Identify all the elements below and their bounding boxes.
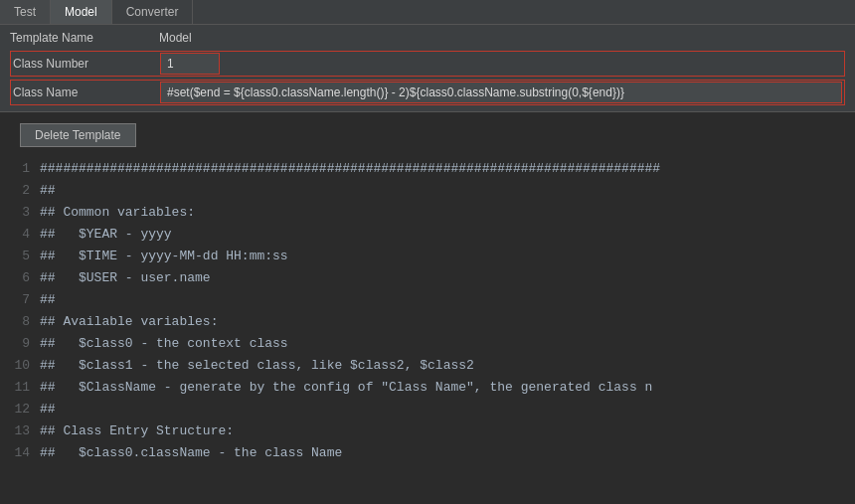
code-line: 6## $USER - user.name [0,267,855,289]
line-content: ## [40,399,56,420]
line-content: ## Class Entry Structure: [40,420,234,442]
line-content: ## $USER - user.name [40,267,211,289]
button-area: Delete Template [0,112,855,158]
line-number: 12 [0,399,40,420]
line-content: ## $YEAR - yyyy [40,224,172,246]
line-number: 9 [0,333,40,355]
class-number-label: Class Number [13,57,160,71]
code-line: 3## Common variables: [0,202,855,224]
code-line: 11## $ClassName - generate by the config… [0,377,855,399]
line-content: ## Common variables: [40,202,195,224]
line-content: ## $class0.className - the class Name [40,442,342,464]
tab-test[interactable]: Test [0,0,51,24]
delete-template-button[interactable]: Delete Template [20,123,136,147]
template-name-label: Template Name [10,31,159,45]
code-line: 7## [0,289,855,311]
line-content: ## $ClassName - generate by the config o… [40,377,652,399]
class-number-row: Class Number [10,51,845,77]
line-content: ## [40,180,56,202]
code-line: 8## Available variables: [0,311,855,333]
line-content: ## [40,289,56,311]
line-number: 1 [0,158,40,180]
line-number: 3 [0,202,40,224]
line-content: ## $class0 - the context class [40,333,288,355]
line-number: 10 [0,355,40,377]
code-line: 5## $TIME - yyyy-MM-dd HH:mm:ss [0,246,855,267]
class-name-label: Class Name [13,85,160,99]
line-number: 11 [0,377,40,399]
code-editor[interactable]: 1#######################################… [0,158,855,503]
tabs-bar: Test Model Converter [0,0,855,25]
code-line: 12## [0,399,855,420]
line-number: 8 [0,311,40,333]
line-number: 6 [0,267,40,289]
line-number: 2 [0,180,40,202]
code-line: 14## $class0.className - the class Name [0,442,855,464]
line-number: 4 [0,224,40,246]
code-line: 2## [0,180,855,202]
class-name-row: Class Name [10,80,845,105]
code-line: 13## Class Entry Structure: [0,420,855,442]
line-number: 5 [0,246,40,267]
line-content: ## $class1 - the selected class, like $c… [40,355,474,377]
class-number-input[interactable] [160,53,220,75]
class-name-input[interactable] [160,82,842,103]
line-number: 14 [0,442,40,464]
template-name-row: Template Name Model [10,31,845,45]
tab-model[interactable]: Model [51,0,112,24]
tab-converter[interactable]: Converter [112,0,194,24]
line-number: 13 [0,420,40,442]
code-line: 4## $YEAR - yyyy [0,224,855,246]
code-line: 9## $class0 - the context class [0,333,855,355]
template-name-value: Model [159,31,192,45]
line-number: 7 [0,289,40,311]
code-line: 1#######################################… [0,158,855,180]
line-content: ## Available variables: [40,311,218,333]
line-content: ## $TIME - yyyy-MM-dd HH:mm:ss [40,246,288,267]
line-content: ########################################… [40,158,660,180]
code-line: 10## $class1 - the selected class, like … [0,355,855,377]
form-area: Template Name Model Class Number Class N… [0,25,855,112]
